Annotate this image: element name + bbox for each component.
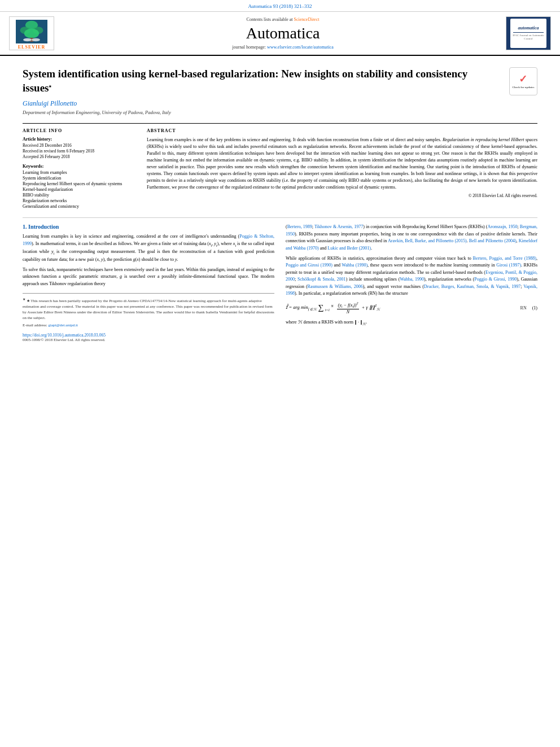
ref-wahba[interactable]: Wahba (1990) (342, 263, 368, 268)
ref-bertero[interactable]: Bertero, 1989 (287, 224, 312, 229)
body-columns: 1. Introduction Learning from examples i… (23, 224, 537, 342)
keyword-1: Learning from examples (23, 170, 135, 175)
fraction: (yi − f(xi))2 N (337, 302, 360, 314)
keyword-5: BIBO stability (23, 193, 135, 198)
ref-rasmussen[interactable]: Rasmussen & Williams, 2006 (308, 284, 363, 289)
right-column: (Bertero, 1989; Tikhonov & Arsenin, 1977… (286, 224, 537, 342)
intro-para-1: Learning from examples is key in science… (23, 233, 274, 263)
left-column: 1. Introduction Learning from examples i… (23, 224, 274, 342)
footnote-section: ★ ★ This research has been partially sup… (23, 293, 274, 328)
ref-girosi[interactable]: Girosi (1997) (496, 263, 521, 268)
elsevier-tree-icon (15, 20, 49, 43)
info-section: ARTICLE INFO Article history: Received 2… (23, 123, 537, 209)
ref-lukic[interactable]: Lukic and Beder (2001) (327, 246, 371, 251)
crossmark-icon: ✓ (512, 73, 534, 86)
doi-link[interactable]: https://doi.org/10.1016/j.automatica.201… (23, 333, 274, 338)
author-email[interactable]: giapi@dei.unipd.it (49, 323, 78, 327)
svg-point-4 (24, 29, 39, 38)
journal-header: ELSEVIER Contents lists available at Sci… (0, 12, 560, 56)
intro-para-2: To solve this task, nonparametric techni… (23, 267, 274, 287)
formula-text: f̂ = arg minf ∈ ℋ ∑ i=1 N (yi − f(xi))2 … (286, 302, 517, 314)
paper-title-section: System identification using kernel-based… (23, 67, 537, 95)
ref-wahba-2[interactable]: Wahba, 1990 (400, 277, 424, 282)
sciencedirect-line: Contents lists available at ScienceDirec… (60, 17, 506, 22)
ref-aronszajn[interactable]: Aronszajn, 1950 (487, 224, 517, 229)
sciencedirect-link[interactable]: ScienceDirect (294, 17, 320, 22)
automatica-logo: automatica IFAC Journal on Automatic Con… (506, 16, 551, 50)
elsevier-name-text: ELSEVIER (18, 45, 45, 50)
formula-desc: where ℋ denotes a RKHS with norm ‖ · ‖ℋ. (286, 319, 537, 327)
ref-tikhonov[interactable]: Tikhonov & Arsenin, 1977 (314, 224, 363, 229)
keyword-6: Regularization networks (23, 198, 135, 203)
author-name[interactable]: Gianluigi Pillonetto (23, 99, 537, 108)
keywords-section: Keywords: Learning from examples System … (23, 164, 135, 209)
ref-poggio-girosi-2[interactable]: Poggio & Girosi, 1990 (474, 277, 517, 282)
formula-block: f̂ = arg minf ∈ ℋ ∑ i=1 N (yi − f(xi))2 … (286, 302, 537, 314)
abstract-copyright: © 2018 Elsevier Ltd. All rights reserved… (147, 193, 537, 198)
ref-drucker[interactable]: Drucker, Burges, Kaufman, Smola, & Vapni… (424, 284, 520, 289)
footnote-star-text: ★ ★ This research has been partially sup… (23, 297, 274, 321)
ref-poggio-shelton[interactable]: Poggio & Shelton, 1999 (23, 234, 274, 246)
intro-title: 1. Introduction (23, 224, 274, 230)
formula-number: (1) (532, 305, 537, 311)
main-content: System identification using kernel-based… (0, 56, 560, 353)
revised-date: Received in revised form 6 February 2018 (23, 148, 135, 154)
doi-section: https://doi.org/10.1016/j.automatica.201… (23, 333, 274, 342)
right-para-1: (Bertero, 1989; Tikhonov & Arsenin, 1977… (286, 224, 537, 252)
keyword-3: Reproducing kernel Hilbert spaces of dyn… (23, 181, 135, 186)
article-info-heading: ARTICLE INFO (23, 128, 135, 133)
ref-poggio-girosi[interactable]: Poggio and Girosi (1990) (286, 263, 333, 268)
page: Automatica 93 (2018) 321–332 ELSEVIER (0, 0, 560, 747)
accepted-date: Accepted 26 February 2018 (23, 154, 135, 159)
citation-bar: Automatica 93 (2018) 321–332 (0, 0, 560, 12)
keyword-7: Generalization and consistency (23, 204, 135, 209)
abstract-heading: ABSTRACT (147, 128, 537, 133)
email-line: E-mail address: giapi@dei.unipd.it (23, 323, 274, 329)
svg-point-7 (32, 38, 40, 42)
citation-text: Automatica 93 (2018) 321–332 (248, 3, 312, 9)
journal-title: Automatica (60, 24, 506, 42)
ref-bertero-poggio[interactable]: Bertero, Poggio, and Torre (1988) (473, 256, 536, 261)
elsevier-logo: ELSEVIER (9, 16, 60, 50)
keywords-label: Keywords: (23, 164, 135, 169)
journal-homepage: journal homepage: www.elsevier.com/locat… (60, 45, 506, 50)
received-date: Received 28 December 2016 (23, 143, 135, 148)
paper-title: System identification using kernel-based… (23, 67, 537, 95)
ref-scholkopf[interactable]: Schölkopf & Smola, 2001 (298, 277, 346, 282)
affiliation: Department of Information Engineering, U… (23, 110, 537, 115)
article-info: ARTICLE INFO Article history: Received 2… (23, 128, 135, 209)
svg-point-6 (23, 38, 32, 42)
abstract-section: ABSTRACT Learning from examples is one o… (147, 128, 537, 209)
section-divider (23, 217, 537, 218)
history-label: Article history: (23, 137, 135, 142)
and-text: and (320, 246, 327, 251)
issn-line: 0005-1098/© 2018 Elsevier Ltd. All right… (23, 338, 274, 342)
right-para-2: While applications of RKHSs in statistic… (286, 255, 537, 297)
journal-url[interactable]: www.elsevier.com/locate/automatica (267, 45, 334, 50)
ref-bell[interactable]: Bell and Pillonetto (2004) (469, 238, 517, 243)
keyword-2: System identification (23, 176, 135, 181)
star-footnote: ★ (49, 84, 51, 88)
sum-symbol: ∑ (318, 303, 324, 312)
abstract-text: Learning from examples is one of the key… (147, 137, 537, 191)
ref-aravkin[interactable]: Aravkin, Bell, Burke, and Pillonetto (20… (388, 238, 467, 243)
crossmark-badge: ✓ Check for updates (509, 67, 537, 95)
journal-center: Contents lists available at ScienceDirec… (60, 17, 506, 50)
formula-label: RN (520, 305, 527, 311)
keyword-4: Kernel-based regularization (23, 187, 135, 192)
